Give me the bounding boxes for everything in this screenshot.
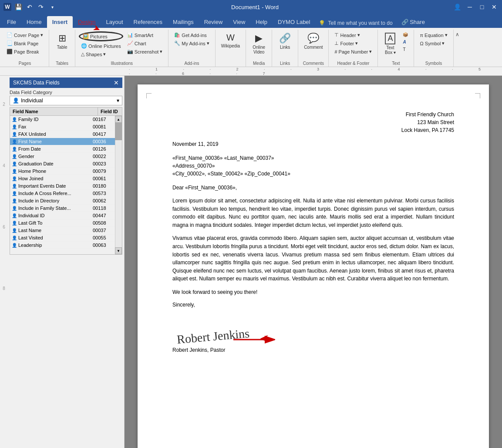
tab-references[interactable]: References xyxy=(128,16,168,28)
shapes-icon: △ xyxy=(81,51,84,57)
collapse-ribbon-button[interactable]: ∧ xyxy=(455,31,459,37)
symbol-button[interactable]: Ω Symbol ▾ xyxy=(418,40,449,47)
equation-button[interactable]: π Equation ▾ xyxy=(418,31,449,39)
ruler-marks: · 1 · · 2 · · 3 · · 4 · · 5 · · 6 · · 7 xyxy=(125,67,502,76)
text-box-button[interactable]: A TextBox ▾ xyxy=(381,31,399,56)
field-name: Include A Cross Refere... xyxy=(18,191,71,196)
skcms-close-button[interactable]: ✕ xyxy=(114,79,119,86)
field-name: Home Phone xyxy=(18,168,46,174)
links-button[interactable]: 🔗 Links xyxy=(276,31,294,51)
field-name: Gender xyxy=(18,154,34,159)
tab-review[interactable]: Review xyxy=(199,16,228,28)
wikipedia-button[interactable]: W Wikipedia xyxy=(219,31,242,50)
doc-address: First Friendly Church 123 Main Street Lo… xyxy=(172,111,454,134)
header-button[interactable]: ⊤ Header ▾ xyxy=(332,31,374,39)
person-icon: 👤 xyxy=(12,139,17,144)
blank-page-icon: 📃 xyxy=(7,40,13,46)
field-row-1[interactable]: 👤Fax00081 xyxy=(10,123,115,131)
blank-page-button[interactable]: 📃 Blank Page xyxy=(4,40,45,47)
tab-dymo[interactable]: DYMO Label xyxy=(273,16,315,28)
field-row-14[interactable]: 👤Last Gift To00508 xyxy=(10,219,115,227)
scroll-up-button[interactable]: ▲ xyxy=(115,116,122,123)
field-row-9[interactable]: 👤Important Events Date00180 xyxy=(10,182,115,190)
wordart-button[interactable]: A xyxy=(401,39,410,45)
my-addins-button[interactable]: 🔧 My Add-ins ▾ xyxy=(172,40,211,47)
footer-button[interactable]: ⊥ Footer ▾ xyxy=(332,40,374,47)
chart-icon: 📈 xyxy=(127,40,133,46)
field-row-4[interactable]: 👤From Date00126 xyxy=(10,145,115,153)
scroll-thumb[interactable] xyxy=(115,123,122,140)
page-break-button[interactable]: ⬛ Page Break xyxy=(4,48,45,55)
tab-help[interactable]: Help xyxy=(250,16,273,28)
ruler: · 1 · · 2 · · 3 · · 4 · · 5 · · 6 · · 7 xyxy=(0,67,502,76)
tab-view[interactable]: View xyxy=(228,16,250,28)
field-name: Individual ID xyxy=(18,213,45,218)
word-logo-icon: W xyxy=(3,3,11,11)
minimize-button[interactable]: ─ xyxy=(465,3,474,11)
field-row-6[interactable]: 👤Graduation Date00023 xyxy=(10,160,115,168)
field-row-8[interactable]: 👤How Joined00061 xyxy=(10,175,115,182)
field-row-7[interactable]: 👤Home Phone00079 xyxy=(10,168,115,175)
drop-cap-button[interactable]: T xyxy=(401,46,410,53)
field-name: Family ID xyxy=(18,117,38,122)
smartart-button[interactable]: 📊 SmartArt xyxy=(125,31,165,39)
field-row-2[interactable]: 👤FAX Unlisted00417 xyxy=(10,131,115,138)
field-id: 00508 xyxy=(91,219,115,226)
field-row-0[interactable]: 👤Family ID00167 xyxy=(10,116,115,123)
field-name: Last Gift To xyxy=(18,220,42,226)
table-icon: ⊞ xyxy=(58,33,66,44)
field-name: Graduation Date xyxy=(18,161,54,166)
profile-icon[interactable]: 👤 xyxy=(453,3,462,11)
ribbon-group-pages: 📄 Cover Page ▾ 📃 Blank Page ⬛ Page Break… xyxy=(1,30,49,67)
customize-qat-button[interactable]: ▾ xyxy=(48,3,57,11)
dropdown-chevron-icon: ▾ xyxy=(117,98,119,104)
scroll-down-button[interactable]: ▼ xyxy=(115,247,122,254)
redo-button[interactable]: ↷ xyxy=(37,3,45,11)
cover-page-button[interactable]: 📄 Cover Page ▾ xyxy=(4,31,45,39)
close-button[interactable]: ✕ xyxy=(490,3,499,11)
screenshot-button[interactable]: 📷 Screenshot ▾ xyxy=(125,48,165,55)
tab-layout[interactable]: Layout xyxy=(101,16,128,28)
field-row-12[interactable]: 👤Include in Family State...00118 xyxy=(10,205,115,212)
tab-file[interactable]: File xyxy=(2,16,21,28)
online-pictures-button[interactable]: 🌐 Online Pictures xyxy=(79,42,123,50)
signature-area: Robert Jenkins ➤ xyxy=(172,330,454,344)
tab-insert[interactable]: Insert xyxy=(47,16,73,28)
tell-me-input[interactable]: Tell me what you want to do xyxy=(328,20,392,26)
comment-button[interactable]: 💬 Comment xyxy=(302,31,325,51)
field-id: 00447 xyxy=(91,212,115,219)
doc-para-1: Lorem ipsum dolor sit amet, consectetur … xyxy=(172,197,454,229)
field-row-3[interactable]: 👤First Name00036 xyxy=(10,138,115,145)
field-name: Important Events Date xyxy=(18,183,66,189)
tab-home[interactable]: Home xyxy=(21,16,47,28)
quick-parts-button[interactable]: 📦 xyxy=(401,31,410,38)
field-row-5[interactable]: 👤Gender00022 xyxy=(10,153,115,160)
field-row-15[interactable]: 👤Last Name00037 xyxy=(10,227,115,234)
table-button[interactable]: ⊞ Table xyxy=(54,31,71,51)
page-number-button[interactable]: # Page Number ▾ xyxy=(332,48,374,55)
pictures-button[interactable]: 🖼️ Pictures ➤ xyxy=(79,31,123,41)
field-row-17[interactable]: 👤Leadership00063 xyxy=(10,242,115,249)
tab-share[interactable]: 🔗 Share xyxy=(396,16,430,28)
get-addins-button[interactable]: 🛍️ Get Add-ins xyxy=(172,31,211,39)
online-video-button[interactable]: ▶ OnlineVideo xyxy=(250,31,268,56)
undo-button[interactable]: ↶ xyxy=(25,3,34,11)
maximize-button[interactable]: □ xyxy=(478,3,486,11)
field-row-16[interactable]: 👤Last Visited00055 xyxy=(10,234,115,242)
shapes-button[interactable]: △ Shapes ▾ xyxy=(79,51,123,58)
corner-tr xyxy=(475,93,480,98)
save-button[interactable]: 💾 xyxy=(14,3,23,11)
chart-button[interactable]: 📈 Chart xyxy=(125,40,165,47)
field-row-13[interactable]: 👤Individual ID00447 xyxy=(10,212,115,219)
category-select[interactable]: 👤 Individual ▾ xyxy=(10,96,122,105)
person-icon: 👤 xyxy=(12,191,17,196)
field-row-11[interactable]: 👤Include in Directory00062 xyxy=(10,197,115,205)
field-table-scrollbar[interactable]: ▲ ▼ xyxy=(115,116,122,254)
doc-name-title: Robert Jenkins, Pastor xyxy=(172,347,454,353)
person-icon: 👤 xyxy=(12,154,17,159)
field-row-10[interactable]: 👤Include A Cross Refere...00573 xyxy=(10,190,115,197)
field-id: 00055 xyxy=(91,234,115,241)
category-value: Individual xyxy=(21,98,43,104)
field-name: Include in Family State... xyxy=(18,205,71,211)
tab-mailings[interactable]: Mailings xyxy=(168,16,199,28)
